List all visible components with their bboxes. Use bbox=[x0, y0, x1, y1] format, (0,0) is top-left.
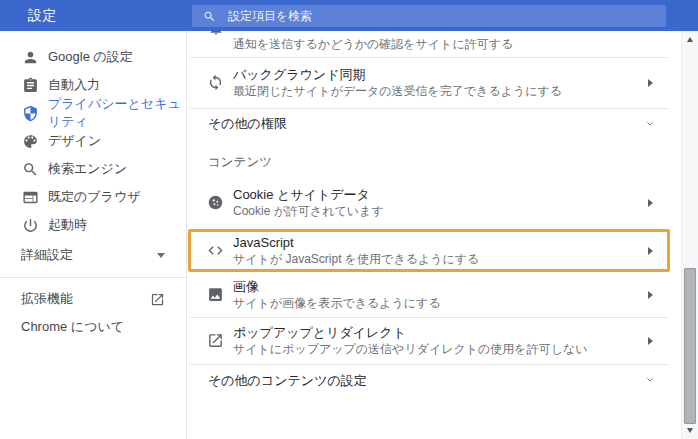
triangle-down-icon bbox=[687, 428, 693, 433]
row-cookies[interactable]: Cookie とサイトデータ Cookie が許可されています bbox=[187, 176, 681, 229]
row-notifications-partial[interactable]: 通知を送信するかどうかの確認をサイトに許可する bbox=[187, 31, 681, 57]
search-placeholder: 設定項目を検索 bbox=[228, 8, 312, 25]
sidebar-item-google-settings[interactable]: Google の設定 bbox=[0, 43, 186, 71]
palette-icon bbox=[22, 133, 39, 150]
sidebar-item-label: デザイン bbox=[48, 132, 101, 150]
sidebar-item-label: 起動時 bbox=[48, 216, 87, 234]
page-title: 設定 bbox=[28, 0, 57, 31]
person-icon bbox=[22, 49, 39, 66]
row-title: バックグラウンド同期 bbox=[233, 66, 562, 83]
chrome-settings-page: 設定 設定項目を検索 Google の設定 自動入力 プライバシーとセキュリティ… bbox=[0, 0, 698, 439]
row-subtitle: サイトが画像を表示できるようにする bbox=[233, 295, 441, 311]
row-title: JavaScript bbox=[233, 234, 479, 251]
sidebar-item-about-chrome[interactable]: Chrome について bbox=[0, 313, 186, 341]
search-input[interactable]: 設定項目を検索 bbox=[192, 5, 666, 27]
clipboard-icon bbox=[22, 77, 39, 94]
sidebar-item-label: 既定のブラウザ bbox=[48, 188, 141, 206]
row-more-permissions[interactable]: その他の権限 bbox=[187, 108, 681, 137]
settings-content: 通知を送信するかどうかの確認をサイトに許可する バックグラウンド同期 最近閉じた… bbox=[187, 31, 681, 439]
scrollbar[interactable] bbox=[681, 31, 698, 439]
search-icon bbox=[203, 10, 216, 23]
sidebar-menu: Google の設定 自動入力 プライバシーとセキュリティ デザイン 検索エンジ… bbox=[0, 43, 186, 239]
row-subtitle: 最近閉じたサイトがデータの送受信を完了できるようにする bbox=[233, 83, 562, 99]
sidebar-item-extensions[interactable]: 拡張機能 bbox=[0, 285, 186, 313]
image-icon bbox=[207, 286, 224, 303]
row-javascript[interactable]: JavaScript サイトが JavaScript を使用できるようにする bbox=[187, 229, 681, 272]
row-subtitle: Cookie が許可されています bbox=[233, 203, 384, 219]
row-subtitle: 通知を送信するかどうかの確認をサイトに許可する bbox=[233, 36, 513, 53]
scroll-up-button[interactable] bbox=[682, 32, 698, 47]
cookie-icon bbox=[207, 194, 224, 211]
row-title: Cookie とサイトデータ bbox=[233, 186, 384, 203]
row-title: 画像 bbox=[233, 278, 441, 295]
sidebar-item-search-engine[interactable]: 検索エンジン bbox=[0, 155, 186, 183]
advanced-label: 詳細設定 bbox=[21, 246, 73, 264]
sidebar-item-default-browser[interactable]: 既定のブラウザ bbox=[0, 183, 186, 211]
sidebar-item-label: 自動入力 bbox=[48, 76, 100, 94]
chevron-right-icon bbox=[648, 337, 653, 345]
open-in-new-icon bbox=[207, 332, 224, 349]
row-title: ポップアップとリダイレクト bbox=[233, 324, 587, 341]
sidebar-item-on-startup[interactable]: 起動時 bbox=[0, 211, 186, 239]
sidebar-item-label: 検索エンジン bbox=[48, 160, 127, 178]
caret-down-icon bbox=[157, 253, 165, 258]
sidebar-item-appearance[interactable]: デザイン bbox=[0, 127, 186, 155]
triangle-up-icon bbox=[687, 37, 693, 42]
row-more-content-settings[interactable]: その他のコンテンツの設定 bbox=[187, 364, 681, 393]
code-icon bbox=[207, 242, 224, 259]
sidebar-divider bbox=[0, 277, 186, 278]
extensions-label: 拡張機能 bbox=[21, 290, 73, 308]
row-background-sync[interactable]: バックグラウンド同期 最近閉じたサイトがデータの送受信を完了できるようにする bbox=[187, 57, 681, 108]
section-label-content: コンテンツ bbox=[208, 153, 272, 171]
header-toolbar: 設定 設定項目を検索 bbox=[0, 0, 698, 31]
chevron-down-icon bbox=[645, 375, 655, 384]
row-subtitle: サイトが JavaScript を使用できるようにする bbox=[233, 251, 479, 267]
sidebar-item-label: Google の設定 bbox=[48, 48, 133, 66]
sidebar: Google の設定 自動入力 プライバシーとセキュリティ デザイン 検索エンジ… bbox=[0, 31, 187, 439]
chevron-right-icon bbox=[648, 199, 653, 207]
row-subtitle: サイトにポップアップの送信やリダイレクトの使用を許可しない bbox=[233, 341, 587, 357]
about-label: Chrome について bbox=[21, 318, 124, 336]
chevron-right-icon bbox=[648, 247, 653, 255]
row-title: その他のコンテンツの設定 bbox=[208, 372, 367, 389]
sidebar-item-label: プライバシーとセキュリティ bbox=[48, 95, 186, 131]
sidebar-item-privacy-security[interactable]: プライバシーとセキュリティ bbox=[0, 99, 186, 127]
bell-icon bbox=[208, 31, 224, 36]
scrollbar-thumb[interactable] bbox=[684, 268, 696, 424]
chevron-right-icon bbox=[648, 291, 653, 299]
chevron-down-icon bbox=[645, 119, 655, 128]
scroll-down-button[interactable] bbox=[682, 423, 698, 438]
row-images[interactable]: 画像 サイトが画像を表示できるようにする bbox=[187, 272, 681, 317]
chevron-right-icon bbox=[648, 79, 653, 87]
row-title: その他の権限 bbox=[208, 115, 287, 132]
search-icon bbox=[22, 161, 39, 178]
sync-icon bbox=[207, 74, 224, 91]
shield-icon bbox=[22, 105, 39, 122]
power-icon bbox=[22, 217, 39, 234]
sidebar-item-advanced[interactable]: 詳細設定 bbox=[0, 241, 186, 269]
row-popups-redirects[interactable]: ポップアップとリダイレクト サイトにポップアップの送信やリダイレクトの使用を許可… bbox=[187, 317, 681, 364]
open-in-new-icon bbox=[150, 292, 165, 307]
browser-icon bbox=[22, 189, 39, 206]
